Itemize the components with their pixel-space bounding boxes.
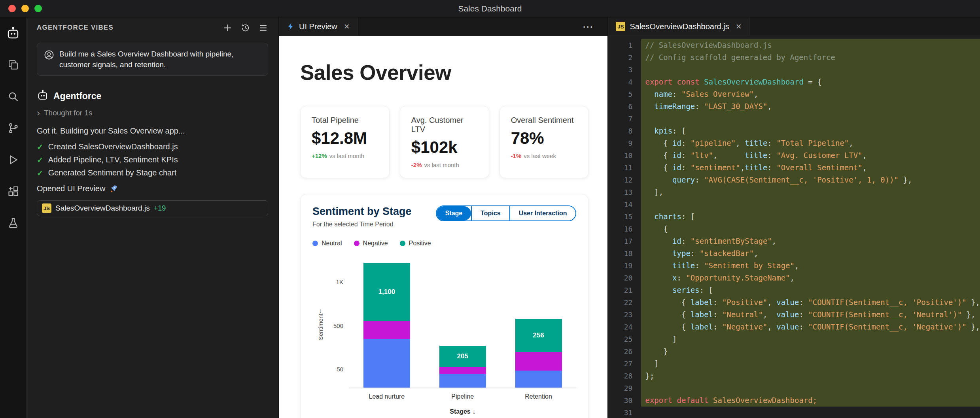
close-icon[interactable]: × bbox=[736, 21, 742, 32]
code-editor[interactable]: 1// SalesOverviewDashboard.js2// Config … bbox=[608, 36, 980, 418]
close-window-button[interactable] bbox=[8, 5, 16, 12]
code-line[interactable]: 21 series: [ bbox=[608, 284, 980, 296]
bar-segment-negative bbox=[363, 321, 410, 339]
legend-item-positive[interactable]: Positive bbox=[400, 240, 431, 247]
line-number: 23 bbox=[608, 309, 632, 321]
minimize-window-button[interactable] bbox=[21, 5, 29, 12]
stacked-bar-chart: Sentiment ↓ 1K50050 1,100205256 Lead nur… bbox=[312, 258, 576, 415]
tab-ui-preview[interactable]: UI Preview × bbox=[279, 17, 358, 36]
line-number: 26 bbox=[608, 345, 632, 358]
history-icon[interactable] bbox=[240, 23, 250, 33]
line-number: 12 bbox=[608, 174, 632, 186]
extensions-icon[interactable] bbox=[0, 175, 26, 207]
modified-file-chip[interactable]: JS SalesOverviewDashboard.js +19 bbox=[37, 200, 268, 216]
code-line[interactable]: 7 bbox=[608, 113, 980, 125]
code-line[interactable]: 30export default SalesOverviewDashboard; bbox=[608, 394, 980, 407]
line-number: 14 bbox=[608, 198, 632, 211]
code-line[interactable]: 11 { id: "sentiment",title: "Overall Sen… bbox=[608, 162, 980, 174]
close-icon[interactable]: × bbox=[344, 21, 350, 32]
code-line[interactable]: 3 bbox=[608, 64, 980, 76]
line-number: 25 bbox=[608, 333, 632, 345]
bar-segment-neutral bbox=[439, 374, 486, 388]
bar-lead-nurture: 1,100 bbox=[363, 263, 410, 388]
line-number: 4 bbox=[608, 76, 632, 88]
line-number: 19 bbox=[608, 260, 632, 272]
thought-disclosure[interactable]: › Thought for 1s bbox=[37, 108, 268, 118]
code-line[interactable]: 6 timeRange: "LAST_30_DAYS", bbox=[608, 100, 980, 113]
code-line[interactable]: 27 ] bbox=[608, 358, 980, 370]
code-line[interactable]: 22 { label: "Positive", value: "COUNTIF(… bbox=[608, 296, 980, 309]
user-prompt-text: Build me a Sales Overview Dashboard with… bbox=[59, 49, 261, 70]
step-label: Created SalesOverviewDashboard.js bbox=[48, 142, 178, 151]
run-debug-icon[interactable] bbox=[0, 144, 26, 175]
tab-editor-file[interactable]: JS SalesOverviewDashboard.js × bbox=[608, 17, 749, 36]
code-line-content: query: "AVG(CASE(Sentiment__c, 'Positive… bbox=[641, 174, 980, 186]
agent-header: Agentforce bbox=[37, 89, 268, 103]
code-line[interactable]: 16 { bbox=[608, 223, 980, 235]
code-line[interactable]: 19 title: "Sentiment by Stage", bbox=[608, 260, 980, 272]
code-line[interactable]: 15 charts: [ bbox=[608, 211, 980, 223]
agent-status-text: Got it. Building your Sales Overview app… bbox=[37, 126, 268, 136]
agentforce-logo-icon[interactable] bbox=[0, 17, 26, 49]
source-control-icon[interactable] bbox=[0, 112, 26, 144]
code-line[interactable]: 13 ], bbox=[608, 186, 980, 198]
code-line-content: title: "Sentiment by Stage", bbox=[641, 260, 980, 272]
code-line[interactable]: 1// SalesOverviewDashboard.js bbox=[608, 39, 980, 51]
bar-segment-negative bbox=[439, 367, 486, 374]
code-line[interactable]: 10 { id: "ltv", title: "Avg. Customer LT… bbox=[608, 149, 980, 162]
code-line[interactable]: 12 query: "AVG(CASE(Sentiment__c, 'Posit… bbox=[608, 174, 980, 186]
preview-panel: UI Preview × ⋯ Sales Overview Total Pipe… bbox=[279, 17, 607, 418]
legend-dot bbox=[400, 241, 405, 246]
code-line[interactable]: 18 type: "stackedBar", bbox=[608, 247, 980, 260]
toggle-stage[interactable]: Stage bbox=[437, 206, 471, 220]
y-axis-tick: 500 bbox=[333, 322, 343, 329]
bar-data-label: 256 bbox=[533, 331, 544, 339]
legend-item-negative[interactable]: Negative bbox=[354, 240, 388, 247]
legend-label: Negative bbox=[363, 240, 388, 247]
code-line[interactable]: 24 { label: "Negative", value: "COUNTIF(… bbox=[608, 321, 980, 333]
line-number: 6 bbox=[608, 100, 632, 113]
code-line[interactable]: 31 bbox=[608, 407, 980, 418]
chart-title: Sentiment by Stage bbox=[312, 205, 412, 218]
code-line[interactable]: 28}; bbox=[608, 370, 980, 382]
js-file-icon: JS bbox=[42, 203, 51, 213]
y-axis-tick: 1K bbox=[336, 279, 343, 285]
code-line[interactable]: 23 { label: "Neutral", value: "COUNTIF(S… bbox=[608, 309, 980, 321]
code-line[interactable]: 20 x: "Opportunity.StageName", bbox=[608, 272, 980, 284]
code-line[interactable]: 2// Config scaffold generated by Agentfo… bbox=[608, 51, 980, 64]
x-axis-tick-label: Pipeline bbox=[425, 393, 501, 400]
more-actions-icon[interactable]: ⋯ bbox=[582, 17, 593, 36]
code-line[interactable]: 17 id: "sentimentByStage", bbox=[608, 235, 980, 247]
code-line[interactable]: 26 } bbox=[608, 345, 980, 358]
session-list-icon[interactable] bbox=[258, 23, 268, 33]
code-line[interactable]: 8 kpis: [ bbox=[608, 125, 980, 137]
new-chat-icon[interactable] bbox=[223, 23, 233, 33]
code-line[interactable]: 9 { id: "pipeline", title: "Total Pipeli… bbox=[608, 137, 980, 149]
editor-tabbar: JS SalesOverviewDashboard.js × bbox=[608, 17, 980, 36]
preview-tabbar: UI Preview × ⋯ bbox=[279, 17, 607, 36]
x-axis-label: Stages ↓ bbox=[349, 408, 576, 415]
code-line[interactable]: 14 bbox=[608, 198, 980, 211]
toggle-user-interaction[interactable]: User Interaction bbox=[509, 206, 576, 220]
bar-segment-positive: 256 bbox=[515, 319, 562, 352]
opened-ui-preview-row: Opened UI Preview bbox=[37, 184, 268, 193]
step-label: Added Pipeline, LTV, Sentiment KPIs bbox=[48, 155, 178, 164]
zoom-window-button[interactable] bbox=[34, 5, 42, 12]
code-line-content: // Config scaffold generated by Agentfor… bbox=[641, 51, 980, 64]
code-line-content: kpis: [ bbox=[641, 125, 980, 137]
sidebar-header: AGENTFORCE VIBES bbox=[37, 17, 268, 38]
search-icon[interactable] bbox=[0, 81, 26, 112]
toggle-topics[interactable]: Topics bbox=[471, 206, 509, 220]
code-line-content bbox=[641, 113, 980, 125]
code-line[interactable]: 4export const SalesOverviewDashboard = { bbox=[608, 76, 980, 88]
code-line-content: charts: [ bbox=[641, 211, 980, 223]
beaker-icon[interactable] bbox=[0, 207, 26, 239]
code-line-content: }; bbox=[641, 370, 980, 382]
code-line[interactable]: 29 bbox=[608, 382, 980, 394]
copy-icon[interactable] bbox=[0, 49, 26, 81]
code-line[interactable]: 25 ] bbox=[608, 333, 980, 345]
check-icon: ✓ bbox=[37, 155, 44, 165]
legend-item-neutral[interactable]: Neutral bbox=[312, 240, 342, 247]
code-line[interactable]: 5 name: "Sales Overview", bbox=[608, 88, 980, 100]
kpi-delta: -1%vs last week bbox=[511, 153, 577, 159]
